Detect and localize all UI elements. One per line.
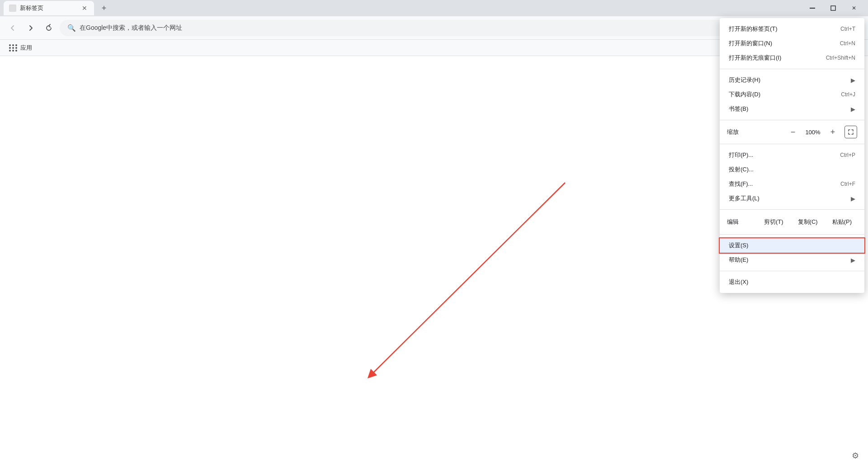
menu-item-history[interactable]: 历史记录(H) ▶ <box>720 73 864 87</box>
more-tools-submenu-arrow: ▶ <box>851 195 855 202</box>
search-icon: 🔍 <box>67 24 76 32</box>
back-button[interactable] <box>5 21 20 35</box>
menu-item-bookmarks[interactable]: 书签(B) ▶ <box>720 102 864 116</box>
edit-label: 编辑 <box>727 218 759 226</box>
separator-5 <box>720 234 864 235</box>
window-controls: ✕ <box>802 0 864 16</box>
menu-item-new-tab-label: 打开新的标签页(T) <box>729 25 778 33</box>
menu-item-incognito[interactable]: 打开新的无痕窗口(I) Ctrl+Shift+N <box>720 51 864 65</box>
menu-item-find-label: 查找(F)... <box>729 180 753 188</box>
separator-1 <box>720 69 864 69</box>
separator-6 <box>720 271 864 271</box>
menu-item-help[interactable]: 帮助(E) ▶ <box>720 253 864 267</box>
tab-close-button[interactable]: ✕ <box>80 4 89 12</box>
menu-item-downloads-shortcut: Ctrl+J <box>841 91 855 98</box>
address-text: 在Google中搜索，或者输入一个网址 <box>80 24 804 32</box>
menu-item-settings[interactable]: 设置(S) <box>720 238 864 253</box>
menu-item-find[interactable]: 查找(F)... Ctrl+F <box>720 177 864 191</box>
menu-item-exit[interactable]: 退出(X) <box>720 275 864 289</box>
address-bar[interactable]: 🔍 在Google中搜索，或者输入一个网址 <box>60 20 812 36</box>
tab-favicon <box>9 5 16 12</box>
zoom-fullscreen-button[interactable] <box>844 126 857 138</box>
zoom-value: 100% <box>803 129 823 136</box>
zoom-plus-button[interactable]: + <box>826 126 839 138</box>
menu-item-print-label: 打印(P)... <box>729 151 753 159</box>
restore-button[interactable] <box>823 0 844 16</box>
context-menu: 打开新的标签页(T) Ctrl+T 打开新的窗口(N) Ctrl+N 打开新的无… <box>720 18 864 293</box>
zoom-minus-button[interactable]: − <box>787 126 799 138</box>
menu-item-cast[interactable]: 投射(C)... <box>720 162 864 177</box>
menu-item-more-tools-label: 更多工具(L) <box>729 194 760 203</box>
bookmarks-submenu-arrow: ▶ <box>851 106 855 113</box>
menu-item-new-tab-shortcut: Ctrl+T <box>840 26 855 32</box>
zoom-row: 缩放 − 100% + <box>720 124 864 140</box>
menu-item-incognito-label: 打开新的无痕窗口(I) <box>729 54 781 62</box>
zoom-label: 缩放 <box>727 128 783 136</box>
menu-item-print[interactable]: 打印(P)... Ctrl+P <box>720 148 864 162</box>
menu-item-downloads-label: 下载内容(D) <box>729 90 760 99</box>
apps-button[interactable]: 应用 <box>5 42 36 54</box>
svg-rect-2 <box>831 6 835 10</box>
close-button[interactable]: ✕ <box>844 0 864 16</box>
history-submenu-arrow: ▶ <box>851 77 855 84</box>
separator-2 <box>720 120 864 120</box>
menu-item-history-label: 历史记录(H) <box>729 76 760 84</box>
separator-4 <box>720 209 864 210</box>
refresh-button[interactable] <box>42 21 56 35</box>
settings-gear-button[interactable]: ⚙ <box>852 451 861 460</box>
paste-button[interactable]: 粘贴(P) <box>827 215 857 229</box>
svg-rect-1 <box>810 8 815 9</box>
minimize-button[interactable] <box>802 0 823 16</box>
menu-item-find-shortcut: Ctrl+F <box>840 181 855 187</box>
menu-item-print-shortcut: Ctrl+P <box>840 152 855 158</box>
menu-item-downloads[interactable]: 下载内容(D) Ctrl+J <box>720 87 864 102</box>
help-submenu-arrow: ▶ <box>851 257 855 264</box>
menu-item-new-window-label: 打开新的窗口(N) <box>729 39 772 47</box>
menu-item-exit-label: 退出(X) <box>729 278 748 286</box>
active-tab[interactable]: 新标签页 ✕ <box>4 1 94 15</box>
menu-item-help-label: 帮助(E) <box>729 256 748 264</box>
menu-item-more-tools[interactable]: 更多工具(L) ▶ <box>720 191 864 206</box>
cut-button[interactable]: 剪切(T) <box>759 215 789 229</box>
menu-item-new-window[interactable]: 打开新的窗口(N) Ctrl+N <box>720 36 864 51</box>
forward-button[interactable] <box>24 21 38 35</box>
menu-item-incognito-shortcut: Ctrl+Shift+N <box>826 55 855 61</box>
new-tab-button[interactable]: + <box>98 2 110 14</box>
menu-item-cast-label: 投射(C)... <box>729 165 754 174</box>
apps-label: 应用 <box>20 44 32 52</box>
edit-actions: 剪切(T) 复制(C) 粘贴(P) <box>759 215 857 229</box>
menu-item-bookmarks-label: 书签(B) <box>729 105 748 113</box>
svg-rect-0 <box>10 5 15 11</box>
separator-3 <box>720 144 864 144</box>
menu-item-new-window-shortcut: Ctrl+N <box>840 40 855 47</box>
title-bar: 新标签页 ✕ + ✕ <box>0 0 868 16</box>
copy-button[interactable]: 复制(C) <box>793 215 823 229</box>
menu-item-settings-label: 设置(S) <box>729 241 748 250</box>
edit-row: 编辑 剪切(T) 复制(C) 粘贴(P) <box>720 213 864 231</box>
menu-item-new-tab[interactable]: 打开新的标签页(T) Ctrl+T <box>720 22 864 36</box>
tab-title: 新标签页 <box>20 4 77 12</box>
